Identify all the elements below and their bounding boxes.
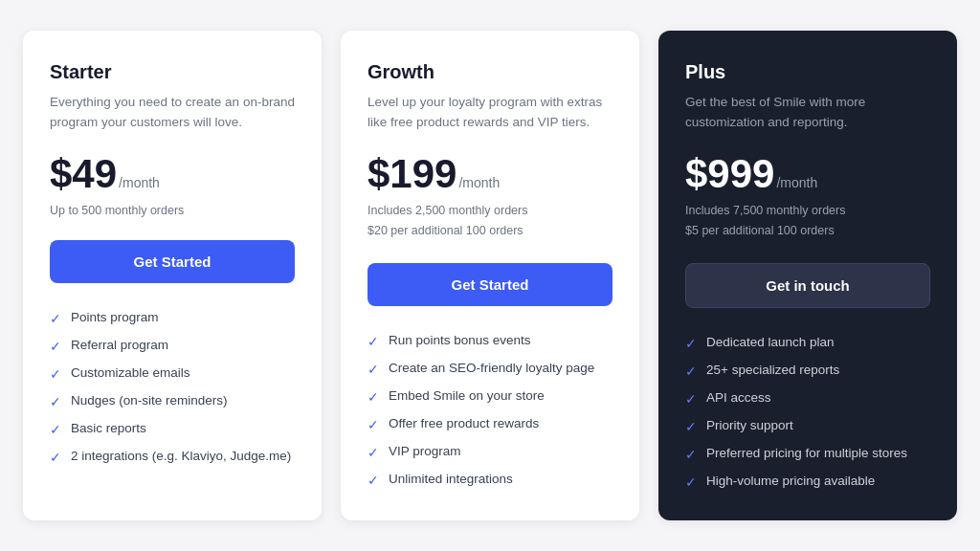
price-amount: $49 [50,151,117,197]
price-row: $999/month [685,151,930,197]
feature-item: ✓High-volume pricing available [685,474,930,490]
feature-text: API access [706,390,771,405]
feature-item: ✓Create an SEO-friendly loyalty page [368,361,612,377]
plan-description: Get the best of Smile with more customiz… [685,93,930,132]
check-icon: ✓ [50,394,61,409]
feature-text: Preferred pricing for multiple stores [706,446,907,460]
feature-item: ✓Unlimited integrations [368,472,612,488]
feature-item: ✓VIP program [368,444,612,460]
plan-name: Starter [50,61,295,83]
check-icon: ✓ [685,336,697,351]
feature-item: ✓2 integrations (e.g. Klaviyo, Judge.me) [50,449,295,465]
check-icon: ✓ [368,473,379,488]
check-icon: ✓ [685,419,697,434]
feature-item: ✓25+ specialized reports [685,363,930,379]
check-icon: ✓ [50,450,61,465]
plan-description: Level up your loyalty program with extra… [368,93,612,132]
feature-item: ✓Customizable emails [50,365,295,382]
plan-name: Plus [685,61,930,83]
feature-text: Embed Smile on your store [389,388,545,403]
price-note-2: $20 per additional 100 orders [368,223,612,240]
feature-text: Nudges (on-site reminders) [71,393,228,408]
check-icon: ✓ [685,364,697,379]
check-icon: ✓ [685,447,697,462]
feature-text: High-volume pricing available [706,474,875,488]
price-period: /month [458,175,500,190]
pricing-card-plus: PlusGet the best of Smile with more cust… [658,31,957,520]
features-list: ✓Points program✓Referral program✓Customi… [50,310,295,490]
price-period: /month [776,175,817,190]
check-icon: ✓ [50,339,61,354]
pricing-card-starter: StarterEverything you need to create an … [23,31,322,520]
pricing-container: StarterEverything you need to create an … [23,31,957,520]
price-note-1: Includes 2,500 monthly orders [368,203,612,220]
plan-description: Everything you need to create an on-bran… [50,93,295,132]
feature-text: Priority support [706,418,793,432]
price-row: $199/month [368,151,612,197]
feature-text: VIP program [389,444,461,458]
feature-item: ✓Basic reports [50,421,295,437]
feature-text: Offer free product rewards [389,416,539,430]
check-icon: ✓ [368,362,379,377]
check-icon: ✓ [368,417,379,432]
check-icon: ✓ [50,311,61,326]
price-period: /month [119,175,160,190]
cta-button-growth[interactable]: Get Started [368,263,612,306]
feature-item: ✓Run points bonus events [368,333,612,349]
check-icon: ✓ [685,474,697,490]
feature-text: 2 integrations (e.g. Klaviyo, Judge.me) [71,449,291,463]
feature-text: Customizable emails [71,365,190,380]
check-icon: ✓ [368,445,379,460]
check-icon: ✓ [685,391,697,407]
feature-item: ✓Offer free product rewards [368,416,612,432]
feature-item: ✓Points program [50,310,295,326]
cta-button-starter[interactable]: Get Started [50,240,295,283]
price-note-2: $5 per additional 100 orders [685,223,930,240]
price-note-1: Up to 500 monthly orders [50,203,295,220]
price-note-1: Includes 7,500 monthly orders [685,203,930,220]
check-icon: ✓ [50,422,61,437]
pricing-card-growth: GrowthLevel up your loyalty program with… [341,31,639,520]
feature-text: 25+ specialized reports [706,363,839,377]
feature-text: Referral program [71,338,168,352]
features-list: ✓Dedicated launch plan✓25+ specialized r… [685,335,930,490]
price-row: $49/month [50,151,295,197]
features-list: ✓Run points bonus events✓Create an SEO-f… [368,333,612,490]
check-icon: ✓ [368,334,379,349]
feature-item: ✓Priority support [685,418,930,434]
check-icon: ✓ [50,366,61,382]
feature-item: ✓Referral program [50,338,295,354]
feature-text: Create an SEO-friendly loyalty page [389,361,594,375]
cta-button-plus[interactable]: Get in touch [685,263,930,308]
feature-item: ✓Preferred pricing for multiple stores [685,446,930,462]
check-icon: ✓ [368,389,379,405]
feature-item: ✓API access [685,390,930,407]
feature-text: Points program [71,310,159,324]
feature-item: ✓Dedicated launch plan [685,335,930,351]
feature-item: ✓Nudges (on-site reminders) [50,393,295,409]
price-amount: $199 [368,151,457,197]
feature-text: Dedicated launch plan [706,335,835,349]
feature-item: ✓Embed Smile on your store [368,388,612,405]
feature-text: Basic reports [71,421,146,435]
feature-text: Unlimited integrations [389,472,513,486]
price-amount: $999 [685,151,774,197]
feature-text: Run points bonus events [389,333,531,347]
plan-name: Growth [368,61,612,83]
